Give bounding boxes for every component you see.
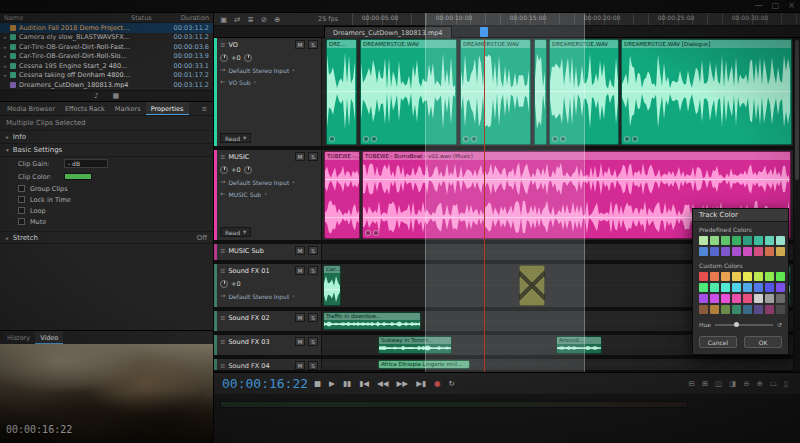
clip-gain-button[interactable] (463, 136, 469, 142)
file-row[interactable]: ▸Car-Tire-OB-Gravel-Dirt-Roll-Slow-Long … (0, 52, 213, 62)
mute-button[interactable]: M (295, 337, 305, 346)
color-swatch[interactable] (754, 283, 763, 292)
mute-button[interactable]: M (295, 246, 305, 255)
track-lane-vo[interactable]: DRE... DREAMERSTOE.WAV DREAMERSTOE.WAV D… (322, 38, 793, 146)
stop-button[interactable]: ■ (314, 379, 321, 388)
color-swatch[interactable] (710, 283, 719, 292)
color-swatch[interactable] (765, 247, 774, 256)
section-stretch[interactable]: ▸StretchOff (0, 231, 213, 244)
color-swatch[interactable] (754, 272, 763, 281)
session-tab[interactable]: Dreamers_CutDown_180813.mp4 (324, 26, 452, 38)
clip-gain-button[interactable] (329, 136, 335, 142)
zoom-in-vertical-icon[interactable]: ◨ (729, 379, 736, 388)
color-swatch[interactable] (732, 294, 741, 303)
track-header-sound-fx-01[interactable]: ≡Sound FX 01MS +0 →Default Stereo Input› (214, 264, 322, 307)
zoom-out-full-icon[interactable]: ⊖ (743, 379, 749, 388)
color-swatch[interactable] (721, 305, 730, 314)
color-swatch[interactable] (699, 305, 708, 314)
tab-history[interactable]: History (2, 331, 35, 344)
zoom-in-horizontal-icon[interactable]: ⊞ (702, 379, 708, 388)
film-icon[interactable]: ▦ (112, 92, 119, 100)
marquee-tool-icon[interactable]: ⊘ (261, 15, 267, 24)
playhead-line[interactable] (484, 38, 485, 372)
color-swatch[interactable] (721, 247, 730, 256)
color-swatch[interactable] (765, 305, 774, 314)
color-swatch[interactable] (776, 272, 785, 281)
color-swatch[interactable] (765, 294, 774, 303)
rewind-button[interactable]: ◀◀ (377, 379, 389, 388)
audio-clip[interactable] (534, 39, 547, 145)
color-swatch[interactable] (710, 272, 719, 281)
clip-fx-button[interactable] (373, 230, 379, 236)
tab-markers[interactable]: Markers (110, 102, 146, 115)
hue-slider[interactable] (715, 324, 773, 326)
file-row[interactable]: Audition Fall 2018 Demo Project.sesx *00… (0, 23, 213, 33)
clip-gain-input[interactable]: - dB (64, 159, 108, 168)
maximize-icon[interactable]: ▢ (772, 1, 780, 10)
audio-clip[interactable]: TOBEWE -... (324, 151, 360, 239)
playhead-handle[interactable] (480, 27, 488, 37)
audio-clip[interactable]: DREAMERSTOE.WAV [Dialogue] (621, 39, 792, 145)
color-swatch[interactable] (732, 305, 741, 314)
color-swatch[interactable] (710, 236, 719, 245)
track-header-sound-fx-02[interactable]: ≡Sound FX 02MS (214, 311, 322, 331)
color-swatch[interactable] (776, 305, 785, 314)
loop-checkbox-row[interactable]: Loop (0, 205, 213, 216)
mute-button[interactable]: M (295, 361, 305, 370)
zoom-out-horizontal-icon[interactable]: ⊟ (688, 379, 694, 388)
dialog-title[interactable]: Track Color (693, 209, 788, 222)
color-swatch[interactable] (732, 283, 741, 292)
color-swatch[interactable] (743, 272, 752, 281)
solo-button[interactable]: S (308, 266, 318, 275)
cancel-button[interactable]: Cancel (699, 336, 737, 348)
color-swatch[interactable] (754, 247, 763, 256)
color-swatch[interactable] (776, 294, 785, 303)
volume-knob[interactable] (220, 54, 228, 62)
output-selector[interactable]: ←VO Sub› (217, 76, 321, 88)
go-to-end-button[interactable]: ▶▮ (416, 379, 426, 388)
color-swatch[interactable] (776, 283, 785, 292)
track-menu-icon[interactable]: ≡ (220, 338, 225, 346)
clip-gain-button[interactable] (363, 136, 369, 142)
color-swatch[interactable] (732, 236, 741, 245)
checkbox[interactable] (18, 207, 25, 214)
color-swatch[interactable] (721, 283, 730, 292)
audio-clip[interactable]: Traffic in downtow... (323, 312, 421, 330)
checkbox[interactable] (18, 185, 25, 192)
lasso-tool-icon[interactable]: ⊕ (274, 15, 280, 24)
clip-gain-button[interactable] (624, 136, 630, 142)
clip-fx-button[interactable] (471, 136, 477, 142)
zoom-to-selection-icon[interactable]: ▭ (770, 379, 777, 388)
mute-button[interactable]: M (295, 266, 305, 275)
tab-video[interactable]: Video (35, 331, 63, 344)
minimize-icon[interactable]: — (755, 1, 763, 10)
audio-clip[interactable]: Car... (323, 265, 341, 306)
audio-clip[interactable]: DREAMERSTOE.WAV (460, 39, 531, 145)
solo-button[interactable]: S (308, 313, 318, 322)
solo-button[interactable]: S (308, 152, 318, 161)
color-swatch[interactable] (721, 294, 730, 303)
column-duration[interactable]: Duration (165, 14, 209, 22)
file-row[interactable]: ▸Car-Tire-OB-Gravel-Dirt-Roll-Fast-Skid … (0, 42, 213, 52)
track-menu-icon[interactable]: ≡ (220, 267, 225, 275)
color-swatch[interactable] (710, 305, 719, 314)
clip-fx-button[interactable] (560, 136, 566, 142)
color-swatch[interactable] (743, 247, 752, 256)
solo-button[interactable]: S (308, 361, 318, 370)
audio-icon[interactable]: ♪ (94, 92, 98, 100)
close-icon[interactable]: × (788, 1, 795, 10)
color-swatch[interactable] (699, 283, 708, 292)
zoom-in-selection-icon[interactable]: ⊕ (756, 379, 762, 388)
column-status[interactable]: Status (131, 14, 165, 22)
clip-fx-button[interactable] (632, 136, 638, 142)
color-swatch[interactable] (776, 247, 785, 256)
input-selector[interactable]: →Default Stereo Input› (217, 176, 321, 188)
tab-effects-rack[interactable]: Effects Rack (60, 102, 110, 115)
color-swatch[interactable] (743, 294, 752, 303)
panel-menu-icon[interactable]: ≡ (202, 102, 211, 115)
solo-button[interactable]: S (308, 40, 318, 49)
audio-clip[interactable]: Around... (556, 336, 602, 354)
pan-knob[interactable] (244, 54, 252, 62)
input-selector[interactable]: →Default Stereo Input› (217, 64, 321, 76)
track-menu-icon[interactable]: ≡ (220, 314, 225, 322)
